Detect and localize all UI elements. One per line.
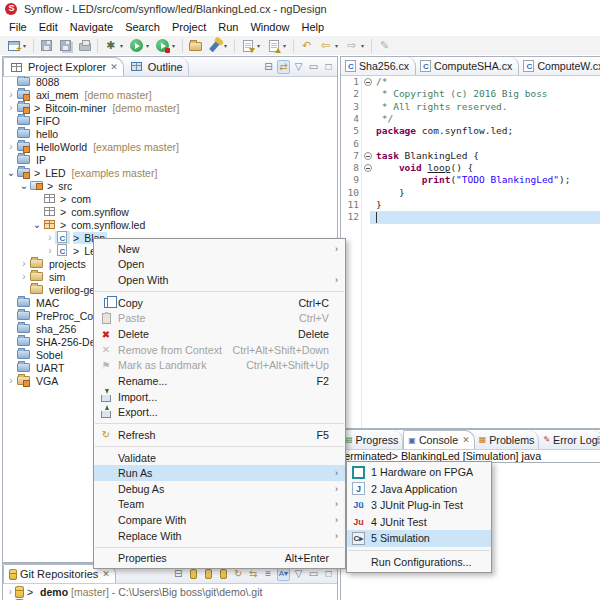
menu-item-delete[interactable]: ✖DeleteDelete (94, 326, 345, 342)
chevron-collapsed-icon[interactable]: › (6, 140, 16, 153)
menu-item-1-hardware-on-fpga[interactable]: 1 Hardware on FPGA (347, 464, 491, 481)
menu-item-replace-with[interactable]: Replace With› (94, 528, 345, 544)
run-coverage-icon[interactable] (154, 38, 171, 54)
tab-outline[interactable]: Outline (124, 57, 189, 76)
collapse-all-icon[interactable]: ⊟ (262, 60, 275, 74)
tree-item-helloworld[interactable]: ›HelloWorld[examples master] (3, 140, 337, 153)
chevron-expanded-icon[interactable]: ⌄ (32, 218, 42, 231)
forward-dropdown-icon[interactable]: ▾ (361, 42, 368, 49)
menu-item-open[interactable]: Open (94, 257, 345, 273)
prev-annotation-dropdown-icon[interactable]: ▾ (283, 42, 290, 49)
back-dropdown-icon[interactable]: ▾ (335, 42, 342, 49)
compile-star-dropdown-icon[interactable]: ▾ (120, 42, 127, 49)
close-icon[interactable]: ✕ (110, 62, 118, 72)
chevron-collapsed-icon[interactable]: › (45, 231, 55, 244)
tree-item-fifo[interactable]: FIFO (3, 114, 337, 127)
menu-item-export-[interactable]: Export... (94, 404, 345, 420)
menu-item-refresh[interactable]: ↻RefreshF5 (94, 427, 345, 443)
last-edit-location-icon[interactable]: ↶ (298, 38, 315, 54)
compile-star-icon[interactable]: ✱ (102, 38, 119, 54)
tab-project-explorer[interactable]: Project Explorer ✕ (3, 57, 124, 76)
menu-item-2-java-application[interactable]: J2 Java Application (347, 481, 491, 498)
menu-project[interactable]: Project (166, 19, 212, 35)
chevron-collapsed-icon[interactable]: › (6, 101, 16, 114)
editor-body[interactable]: 1/*2 * Copyright (c) 2016 Big boss3 * Al… (341, 76, 600, 428)
console-toolbar-icon[interactable]: ▤▾ (596, 433, 600, 447)
next-annotation-icon[interactable] (239, 38, 256, 54)
new-wizard-dropdown-icon[interactable]: ▾ (23, 42, 30, 49)
menu-item-debug-as[interactable]: Debug As› (94, 481, 345, 497)
search-dropdown-icon[interactable]: ▾ (224, 42, 231, 49)
print-icon[interactable] (76, 38, 93, 54)
menu-item-properties[interactable]: PropertiesAlt+Enter (94, 551, 345, 567)
new-wizard-icon[interactable] (5, 38, 22, 54)
menu-item-team[interactable]: Team› (94, 497, 345, 513)
tree-item-led[interactable]: ⌄>LED[examples master] (3, 166, 337, 179)
chevron-collapsed-icon[interactable]: › (19, 270, 29, 283)
link-with-editor-icon[interactable]: ⇄ (277, 60, 290, 74)
run-dropdown-icon[interactable]: ▾ (146, 42, 153, 49)
menu-run[interactable]: Run (212, 19, 244, 35)
next-annotation-dropdown-icon[interactable]: ▾ (257, 42, 264, 49)
prev-annotation-icon[interactable] (265, 38, 282, 54)
menu-item-compare-with[interactable]: Compare With› (94, 512, 345, 528)
tab-progress[interactable]: ▤Progress (341, 430, 403, 449)
editor-tab-computesha.cx[interactable]: ComputeSHA.cx (416, 57, 519, 75)
menu-item-3-junit-plug-in-test[interactable]: Jü3 JUnit Plug-in Test (347, 497, 491, 514)
tree-item-bitcoin-miner[interactable]: ›>Bitcoin-miner[demo master] (3, 101, 337, 114)
menu-item-rename-[interactable]: Rename...F2 (94, 373, 345, 389)
chevron-collapsed-icon[interactable]: › (6, 374, 16, 387)
tab-console[interactable]: ▣Console✕ (403, 430, 474, 449)
view-menu-icon[interactable]: ▽ (292, 60, 305, 74)
save-all-icon[interactable] (57, 38, 74, 54)
menu-item-copy[interactable]: CopyCtrl+C (94, 295, 345, 311)
menu-window[interactable]: Window (244, 19, 295, 35)
fold-marker-icon[interactable] (364, 78, 372, 86)
menu-edit[interactable]: Edit (33, 19, 64, 35)
menu-item-remove-from-context[interactable]: ✕Remove from ContextCtrl+Alt+Shift+Down (94, 342, 345, 358)
tree-item-8088[interactable]: 8088 (3, 76, 337, 88)
tree-item-axi-mem[interactable]: ›axi_mem[demo master] (3, 88, 337, 101)
menu-item-5-simulation[interactable]: C▸5 Simulation (347, 530, 491, 547)
menu-navigate[interactable]: Navigate (64, 19, 119, 35)
forward-icon[interactable]: ⇨ (343, 38, 360, 54)
pin-editor-icon[interactable]: ✎ (376, 38, 393, 54)
fold-marker-icon[interactable] (364, 164, 372, 172)
menu-item-open-with[interactable]: Open With› (94, 272, 345, 288)
chevron-collapsed-icon[interactable]: › (6, 88, 16, 101)
chevron-collapsed-icon[interactable]: › (19, 257, 29, 270)
tab-problems[interactable]: ▦Problems (475, 430, 540, 449)
menu-help[interactable]: Help (296, 19, 331, 35)
menu-item-paste[interactable]: PasteCtrl+V (94, 311, 345, 327)
fold-marker-icon[interactable] (364, 152, 372, 160)
tree-item-ip[interactable]: IP (3, 153, 337, 166)
editor-tab-sha256.cx[interactable]: Sha256.cx (341, 57, 416, 75)
menu-file[interactable]: File (3, 19, 33, 35)
chevron-expanded-icon[interactable]: ⌄ (6, 166, 16, 179)
menu-item-validate[interactable]: Validate (94, 450, 345, 466)
chevron-collapsed-icon[interactable]: › (45, 244, 55, 257)
maximize-icon[interactable]: □ (322, 60, 335, 74)
tree-item-com[interactable]: >com (3, 192, 337, 205)
menu-item-4-junit-test[interactable]: Ju4 JUnit Test (347, 514, 491, 531)
tree-item-com-synflow[interactable]: >com.synflow (3, 205, 337, 218)
menu-item-import-[interactable]: Import... (94, 389, 345, 405)
tree-item-com-synflow-led[interactable]: ⌄>com.synflow.led (3, 218, 337, 231)
back-icon[interactable]: ⇦ (317, 38, 334, 54)
chevron-collapsed-icon[interactable]: › (6, 586, 15, 597)
menu-item-new[interactable]: New› (94, 241, 345, 257)
menu-item-run-as[interactable]: Run As› (94, 465, 345, 481)
git-repo-row[interactable]: › >demo [master] - C:\Users\Big boss\git… (3, 585, 262, 598)
menu-search[interactable]: Search (119, 19, 166, 35)
minimize-icon[interactable]: ▭ (307, 60, 320, 74)
editor-tab-computew.cx[interactable]: ComputeW.cx (519, 57, 600, 75)
run-coverage-dropdown-icon[interactable]: ▾ (172, 42, 179, 49)
tree-item-hello[interactable]: hello (3, 127, 337, 140)
search-icon[interactable] (206, 38, 223, 54)
tree-item-src[interactable]: ⌄>src (3, 179, 337, 192)
menu-item-mark-as-landmark[interactable]: ⚑Mark as LandmarkCtrl+Alt+Shift+Up (94, 357, 345, 373)
close-icon[interactable]: ✕ (462, 435, 470, 445)
close-icon[interactable]: ✕ (102, 569, 110, 579)
chevron-expanded-icon[interactable]: ⌄ (19, 179, 29, 192)
save-icon[interactable] (38, 38, 55, 54)
